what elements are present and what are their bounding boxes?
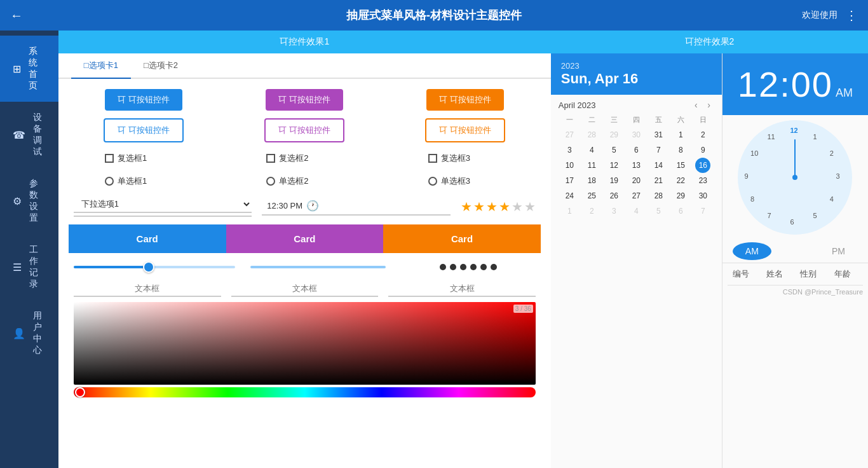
checkbox-3[interactable]: 复选框3 (428, 153, 505, 164)
cal-day[interactable]: 4 (584, 142, 599, 158)
cal-day[interactable]: 8 (673, 142, 688, 158)
btn-outline-blue[interactable]: 㔿 㔿按钮控件 (104, 118, 184, 142)
sidebar-item-user[interactable]: 👤 用户中心 (0, 300, 58, 366)
cal-day[interactable]: 5 (606, 142, 621, 158)
tab-1[interactable]: □选项卡1 (71, 53, 131, 79)
radio-3[interactable]: 单选框3 (428, 176, 505, 187)
cal-day[interactable]: 27 (628, 188, 644, 203)
btn-filled-orange[interactable]: 㔿 㔿按钮控件 (426, 89, 504, 111)
cal-day[interactable]: 5 (651, 203, 666, 219)
btn-filled-blue[interactable]: 㔿 㔿按钮控件 (105, 89, 182, 111)
cal-day[interactable]: 29 (673, 188, 688, 203)
card-orange[interactable]: Card (383, 224, 541, 253)
sidebar-item-params[interactable]: ⚙ 参数设置 (0, 168, 58, 234)
cal-day[interactable]: 23 (695, 173, 710, 188)
cal-day[interactable]: 6 (628, 142, 644, 158)
cal-day[interactable]: 9 (695, 142, 710, 158)
input-row: 下拉选项1 12:30 PM 🕐 ★ ★ ★ ★ ★ (69, 196, 541, 217)
calendar-nav: April 2023 ‹ › (559, 100, 714, 110)
radio-1[interactable]: 单选框1 (105, 176, 181, 187)
calendar-section: 2023 Sun, Apr 16 April 2023 ‹ › (551, 53, 722, 468)
cal-day[interactable]: 25 (584, 188, 599, 203)
password-field[interactable] (401, 264, 536, 270)
star-3[interactable]: ★ (486, 199, 498, 214)
radio-2[interactable]: 单选框2 (266, 176, 342, 187)
cal-day[interactable]: 30 (628, 127, 644, 142)
cal-day[interactable]: 13 (628, 158, 644, 173)
cal-day[interactable]: 18 (584, 173, 599, 188)
text-field-2[interactable] (231, 281, 379, 297)
cal-day[interactable]: 12 (606, 158, 621, 173)
hue-slider[interactable] (74, 387, 536, 397)
star-6[interactable]: ★ (524, 199, 536, 214)
clock-num-7: 7 (767, 212, 771, 219)
cal-day[interactable]: 21 (651, 173, 666, 188)
cal-day[interactable]: 11 (584, 158, 599, 173)
btn-outline-orange[interactable]: 㔿 㔿按钮控件 (425, 118, 505, 142)
cal-day[interactable]: 2 (695, 127, 710, 142)
btn-outline-purple[interactable]: 㔿 㔿按钮控件 (264, 118, 344, 142)
cal-day[interactable]: 1 (673, 127, 688, 142)
card-purple[interactable]: Card (226, 224, 384, 253)
cal-day[interactable]: 26 (606, 188, 621, 203)
text-field-3[interactable] (388, 281, 536, 297)
cal-day[interactable]: 2 (584, 203, 599, 219)
cal-day[interactable]: 6 (673, 203, 688, 219)
checkbox-2-box[interactable] (266, 154, 275, 163)
checkbox-3-box[interactable] (428, 154, 437, 163)
star-1[interactable]: ★ (461, 199, 472, 214)
cal-day[interactable]: 22 (673, 173, 688, 188)
radio-1-circle[interactable] (105, 177, 114, 186)
cal-day[interactable]: 7 (695, 203, 710, 219)
star-5[interactable]: ★ (512, 199, 523, 214)
dropdown-select[interactable]: 下拉选项1 (74, 196, 252, 213)
radio-2-circle[interactable] (266, 177, 275, 186)
cal-day[interactable]: 29 (606, 127, 621, 142)
star-2[interactable]: ★ (473, 199, 485, 214)
pwd-dot-5 (480, 264, 487, 270)
cal-day[interactable]: 17 (562, 173, 577, 188)
sidebar-item-home[interactable]: ⊞ 系统首页 (0, 36, 58, 102)
am-button[interactable]: AM (733, 242, 771, 260)
cal-day[interactable]: 15 (673, 158, 688, 173)
cal-day[interactable]: 3 (562, 142, 577, 158)
cal-day[interactable]: 20 (628, 173, 644, 188)
cal-day[interactable]: 19 (606, 173, 621, 188)
star-4[interactable]: ★ (499, 199, 510, 214)
cal-day[interactable]: 14 (651, 158, 666, 173)
slider-thumb[interactable] (143, 261, 154, 273)
color-picker[interactable]: 3 / 36 (74, 302, 536, 397)
calendar-prev-btn[interactable]: ‹ (691, 99, 702, 111)
checkbox-1[interactable]: 复选框1 (105, 153, 181, 164)
text-field-1[interactable] (74, 281, 221, 297)
pm-button[interactable]: PM (819, 242, 858, 260)
cal-day[interactable]: 1 (562, 203, 577, 219)
cal-day[interactable]: 30 (695, 188, 710, 203)
checkbox-2[interactable]: 复选框2 (266, 153, 342, 164)
sidebar-item-device[interactable]: ☎ 设备调试 (0, 102, 58, 168)
radio-3-circle[interactable] (428, 177, 437, 186)
back-button[interactable]: ← (10, 8, 23, 23)
card-blue[interactable]: Card (69, 224, 226, 253)
time-picker[interactable]: 12:30 PM 🕐 (262, 197, 451, 216)
btn-filled-purple[interactable]: 㔿 㔿按钮控件 (266, 89, 343, 111)
cal-day[interactable]: 16 (695, 158, 710, 173)
more-options-icon[interactable]: ⋮ (845, 8, 858, 23)
tab-2[interactable]: □选项卡2 (131, 53, 191, 79)
cal-day[interactable]: 28 (584, 127, 599, 142)
btn-out-icon-1: 㔿 (118, 125, 126, 136)
cal-day[interactable]: 24 (562, 188, 577, 203)
calendar-next-btn[interactable]: › (703, 99, 714, 111)
sidebar-item-records[interactable]: ☰ 工作记录 (0, 234, 58, 300)
star-rating[interactable]: ★ ★ ★ ★ ★ ★ (461, 199, 536, 214)
checkbox-1-box[interactable] (105, 154, 114, 163)
color-gradient[interactable] (74, 302, 536, 385)
cal-day[interactable]: 10 (562, 158, 577, 173)
cal-day[interactable]: 27 (562, 127, 577, 142)
hue-thumb[interactable] (75, 387, 85, 397)
cal-day[interactable]: 28 (651, 188, 666, 203)
cal-day[interactable]: 31 (651, 127, 666, 142)
cal-day[interactable]: 7 (651, 142, 666, 158)
cal-day[interactable]: 3 (606, 203, 621, 219)
cal-day[interactable]: 4 (628, 203, 644, 219)
